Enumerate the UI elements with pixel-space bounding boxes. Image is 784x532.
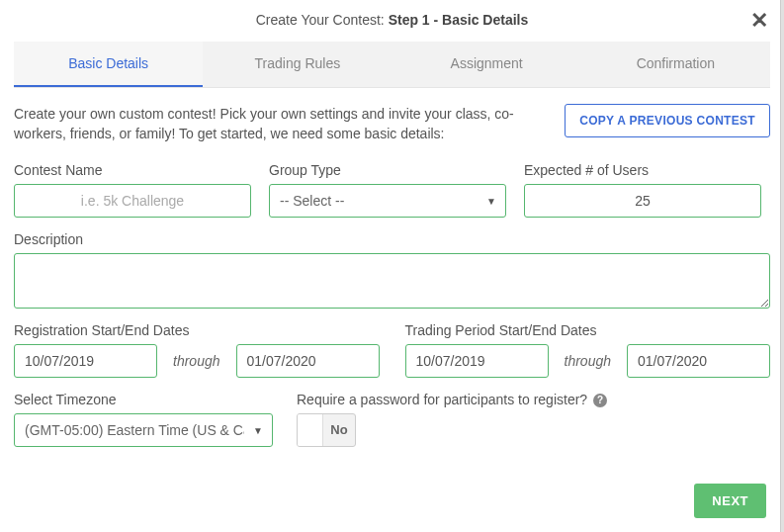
expected-users-input[interactable] [524,184,761,218]
password-group: Require a password for participants to r… [297,392,770,447]
registration-dates-group: Registration Start/End Dates through [14,322,380,378]
password-label-text: Require a password for participants to r… [297,392,587,407]
group-type-select-wrap: -- Select -- ▼ [269,184,506,218]
through-label: through [173,353,219,369]
copy-previous-contest-button[interactable]: COPY A PREVIOUS CONTEST [565,104,770,137]
create-contest-modal: Create Your Contest: Step 1 - Basic Deta… [0,0,784,473]
tab-confirmation[interactable]: Confirmation [581,42,770,87]
modal-footer: NEXT [694,484,766,518]
group-type-group: Group Type -- Select -- ▼ [269,162,506,218]
registration-dates-label: Registration Start/End Dates [14,322,380,338]
wizard-tabs: Basic Details Trading Rules Assignment C… [14,42,770,88]
trading-end-input[interactable] [627,344,770,378]
group-type-label: Group Type [269,162,506,178]
modal-title: Create Your Contest: Step 1 - Basic Deta… [14,12,770,28]
registration-start-input[interactable] [14,344,157,378]
timezone-select-wrap: (GMT-05:00) Eastern Time (US & Can ▼ [14,413,273,447]
timezone-label: Select Timezone [14,392,273,407]
help-icon[interactable]: ? [593,394,607,407]
trading-dates-group: Trading Period Start/End Dates through [405,322,771,378]
trading-dates-label: Trading Period Start/End Dates [405,322,771,338]
group-type-select[interactable]: -- Select -- [269,184,506,218]
tab-basic-details[interactable]: Basic Details [14,42,203,87]
toggle-label: No [323,422,355,437]
tab-assignment[interactable]: Assignment [392,42,581,87]
close-icon[interactable]: ✕ [750,8,768,34]
description-group: Description [14,231,770,309]
scrollbar[interactable] [780,0,784,532]
trading-start-input[interactable] [405,344,549,378]
next-button[interactable]: NEXT [694,484,766,518]
contest-name-group: Contest Name [14,162,251,218]
timezone-select[interactable]: (GMT-05:00) Eastern Time (US & Can [14,413,273,447]
expected-users-group: Expected # of Users [524,162,761,218]
description-label: Description [14,231,770,247]
intro-text: Create your own custom contest! Pick you… [14,104,549,144]
contest-name-input[interactable] [14,184,251,218]
modal-title-prefix: Create Your Contest: [256,12,389,28]
contest-name-label: Contest Name [14,162,251,178]
timezone-group: Select Timezone (GMT-05:00) Eastern Time… [14,392,273,447]
intro-row: Create your own custom contest! Pick you… [14,104,770,144]
registration-end-input[interactable] [236,344,380,378]
expected-users-label: Expected # of Users [524,162,761,178]
description-textarea[interactable] [14,253,770,309]
password-label: Require a password for participants to r… [297,392,770,407]
password-toggle[interactable]: No [297,413,356,447]
toggle-thumb [298,414,323,446]
tab-trading-rules[interactable]: Trading Rules [203,42,392,87]
modal-title-step: Step 1 - Basic Details [389,12,529,28]
through-label: through [565,353,611,369]
